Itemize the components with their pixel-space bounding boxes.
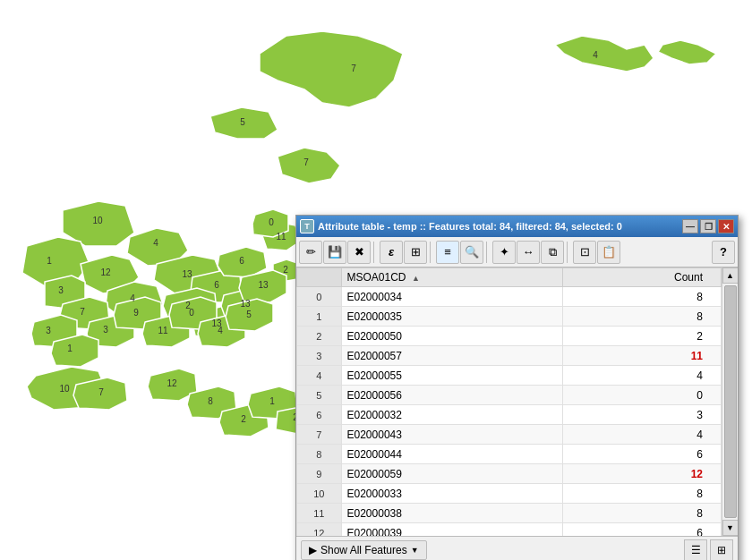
cell-count: 4 (563, 425, 722, 445)
copy-selected-btn[interactable]: ⊡ (573, 241, 596, 264)
svg-text:1: 1 (47, 256, 52, 266)
table-row[interactable]: 8E020000446 (297, 445, 722, 464)
title-bar-left: T Attribute table - temp :: Features tot… (300, 219, 622, 233)
cell-count: 6 (563, 523, 722, 537)
new-expression-btn[interactable]: ε (380, 241, 403, 264)
table-row[interactable]: 10E020000338 (297, 484, 722, 504)
show-all-icon: ▶ (309, 544, 317, 556)
svg-text:4: 4 (218, 326, 223, 335)
svg-text:6: 6 (214, 280, 219, 290)
svg-text:12: 12 (167, 378, 177, 388)
table-row[interactable]: 11E020000388 (297, 504, 722, 523)
cell-msoa: E02000035 (341, 307, 563, 327)
show-all-features-button[interactable]: ▶ Show All Features ▼ (301, 540, 427, 560)
table-row[interactable]: 9E0200005912 (297, 464, 722, 484)
zoom-selected-btn[interactable]: ✦ (492, 241, 516, 264)
table-row[interactable]: 6E020000323 (297, 405, 722, 425)
svg-text:13: 13 (182, 269, 192, 279)
cell-index: 0 (297, 287, 342, 307)
close-button[interactable]: ✕ (718, 219, 734, 233)
cell-count: 8 (563, 287, 722, 307)
svg-text:4: 4 (593, 50, 598, 60)
scroll-up-arrow[interactable]: ▲ (722, 267, 739, 284)
grid-view-btn[interactable]: ⊞ (710, 539, 733, 561)
list-view-btn[interactable]: ☰ (684, 539, 707, 561)
cell-count: 8 (563, 307, 722, 327)
table-row[interactable]: 5E020000560 (297, 386, 722, 405)
cell-count: 4 (563, 366, 722, 386)
col-header-msoa[interactable]: MSOA01CD ▲ (341, 268, 563, 287)
svg-text:7: 7 (80, 307, 85, 317)
deselect-btn[interactable]: ≡ (436, 241, 459, 264)
svg-text:13: 13 (258, 280, 269, 290)
svg-text:5: 5 (246, 310, 252, 319)
col-header-count[interactable]: Count (563, 268, 722, 287)
cell-msoa: E02000056 (341, 386, 563, 405)
show-all-label: Show All Features (320, 544, 407, 556)
table-row[interactable]: 4E020000554 (297, 366, 722, 386)
scroll-down-arrow[interactable]: ▼ (722, 520, 739, 536)
save-edits-btn[interactable]: 💾 (323, 241, 346, 264)
invert-selection-btn[interactable]: ⧉ (541, 241, 564, 264)
edit-pencil-btn[interactable]: ✏ (299, 241, 322, 264)
svg-marker-1 (658, 40, 716, 64)
table-row[interactable]: 0E020000348 (297, 287, 722, 307)
svg-text:10: 10 (92, 216, 103, 225)
table-body: 0E0200003481E0200003582E0200005023E02000… (297, 287, 722, 537)
svg-text:3: 3 (46, 326, 51, 335)
svg-text:4: 4 (130, 293, 135, 303)
table-row[interactable]: 3E0200005711 (297, 346, 722, 366)
toolbar-sep-4 (567, 242, 570, 263)
cell-index: 2 (297, 327, 342, 346)
svg-text:1: 1 (269, 396, 275, 406)
svg-marker-4 (278, 148, 340, 183)
cell-index: 3 (297, 346, 342, 366)
cell-count: 12 (563, 464, 722, 484)
scrollbar-area[interactable]: ▲ ▼ (722, 267, 738, 536)
svg-text:2: 2 (241, 414, 246, 424)
svg-text:10: 10 (59, 384, 70, 394)
svg-text:11: 11 (158, 326, 168, 335)
sort-arrow-msoa: ▲ (412, 274, 420, 283)
data-table-scroll[interactable]: MSOA01CD ▲ Count 0E0200003481E0200003582… (296, 267, 722, 536)
cell-msoa: E02000044 (341, 445, 563, 464)
scroll-thumb[interactable] (724, 285, 737, 518)
cell-msoa: E02000032 (341, 405, 563, 425)
attribute-table-window: T Attribute table - temp :: Features tot… (295, 215, 739, 560)
window-title: Attribute table - temp :: Features total… (318, 221, 622, 232)
pan-selected-btn[interactable]: ↔ (517, 241, 540, 264)
cell-index: 8 (297, 445, 342, 464)
select-features-btn[interactable]: ⊞ (404, 241, 427, 264)
svg-marker-2 (260, 31, 403, 107)
svg-text:7: 7 (303, 157, 309, 167)
svg-text:12: 12 (100, 267, 111, 277)
show-all-dropdown-icon: ▼ (411, 546, 419, 555)
title-bar[interactable]: T Attribute table - temp :: Features tot… (296, 216, 738, 237)
cell-count: 6 (563, 445, 722, 464)
cell-count: 0 (563, 386, 722, 405)
svg-text:9: 9 (133, 308, 139, 318)
cell-index: 6 (297, 405, 342, 425)
cell-count: 2 (563, 327, 722, 346)
table-row[interactable]: 7E020000434 (297, 425, 722, 445)
delete-selected-btn[interactable]: ✖ (347, 241, 371, 264)
table-icon: T (300, 219, 314, 233)
paste-btn[interactable]: 📋 (597, 241, 620, 264)
table-row[interactable]: 12E020000396 (297, 523, 722, 537)
cell-index: 7 (297, 425, 342, 445)
filter-btn[interactable]: 🔍 (460, 241, 483, 264)
data-table: MSOA01CD ▲ Count 0E0200003481E0200003582… (296, 267, 722, 536)
cell-msoa: E02000039 (341, 523, 563, 537)
restore-button[interactable]: ❐ (700, 219, 716, 233)
svg-text:8: 8 (208, 396, 213, 406)
help-btn[interactable]: ? (712, 241, 735, 264)
minimize-button[interactable]: — (682, 219, 698, 233)
cell-msoa: E02000043 (341, 425, 563, 445)
svg-text:6: 6 (239, 256, 244, 266)
svg-text:2: 2 (283, 265, 288, 275)
cell-msoa: E02000034 (341, 287, 563, 307)
svg-marker-0 (555, 36, 654, 72)
cell-index: 9 (297, 464, 342, 484)
table-row[interactable]: 1E020000358 (297, 307, 722, 327)
table-row[interactable]: 2E020000502 (297, 327, 722, 346)
